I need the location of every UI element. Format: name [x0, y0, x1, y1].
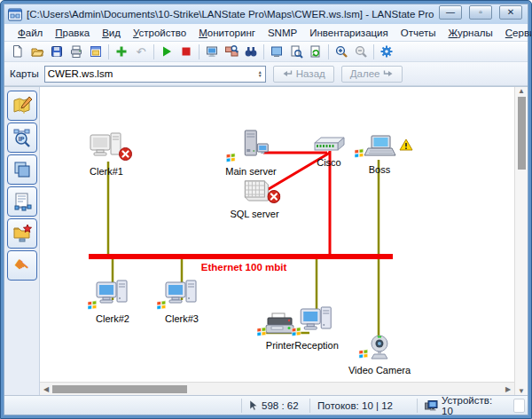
add-device-button[interactable]: [112, 43, 131, 61]
maximize-button[interactable]: ▫: [469, 5, 492, 20]
print-button[interactable]: [66, 43, 86, 61]
open-map-icon: [30, 44, 44, 59]
device-node-clerk3[interactable]: Clerk#3: [164, 279, 200, 324]
webcam-icon: [366, 334, 393, 360]
open-map-button[interactable]: [27, 43, 47, 61]
find-device-button[interactable]: [241, 43, 261, 61]
refresh-button[interactable]: [306, 43, 325, 61]
toolbar-separator: [199, 44, 200, 59]
menu-device[interactable]: Устройство: [127, 26, 192, 40]
title-bar[interactable]: [C:\Users\Admin\Documents\10-Strike\LANS…: [4, 4, 528, 24]
menu-edit[interactable]: Правка: [49, 26, 96, 40]
undo-button[interactable]: ↶: [131, 43, 151, 61]
zoom-in-button[interactable]: [332, 43, 351, 61]
edit-map-button[interactable]: [86, 43, 106, 61]
resize-grip[interactable]: [513, 399, 525, 413]
device-node-clerk2[interactable]: Clerk#2: [95, 279, 130, 324]
stop-monitoring-button[interactable]: [176, 43, 196, 61]
error-badge-icon: [267, 190, 280, 203]
vertical-scrollbar[interactable]: ▲ ▼: [514, 87, 528, 395]
toolbar-separator: [373, 44, 374, 59]
menu-snmp[interactable]: SNMP: [262, 26, 303, 40]
status-cursor-coords: 598 : 62: [242, 396, 309, 415]
minimize-button[interactable]: —: [439, 5, 462, 20]
device-label: Main server: [225, 166, 276, 177]
network-map-canvas[interactable]: Ethernet 100 mbit Clerk#1 Main server: [40, 87, 514, 382]
app-icon: [8, 8, 22, 21]
main-toolbar: ↶: [4, 42, 528, 62]
zoom-out-button[interactable]: [351, 43, 371, 61]
network-discovery-button[interactable]: [222, 43, 241, 61]
toolbar-separator: [328, 44, 329, 59]
device-monitor-button[interactable]: [202, 43, 222, 61]
canvas-column: Ethernet 100 mbit Clerk#1 Main server: [40, 87, 514, 395]
map-select-value: CWER.ws.lsm: [48, 68, 258, 79]
document-search-button[interactable]: [286, 43, 306, 61]
device-node-main-server[interactable]: Main server: [225, 130, 276, 177]
maps-bar: Карты CWER.ws.lsm ▲▼ Назад Далее: [4, 62, 528, 86]
device-node-clerk1[interactable]: Clerk#1: [89, 131, 124, 177]
laptop-icon: [362, 135, 397, 160]
document-search-icon: [289, 44, 303, 59]
windows-flag-icon: [256, 327, 267, 336]
svg-text:IP: IP: [18, 136, 24, 142]
settings-icon: [379, 44, 394, 59]
menu-monitoring[interactable]: Мониторинг: [192, 26, 262, 40]
device-label: Reception: [294, 340, 339, 351]
scroll-up-icon[interactable]: ▲: [515, 87, 528, 95]
select-area-tool[interactable]: [7, 154, 37, 185]
device-node-boss[interactable]: Boss: [362, 135, 397, 175]
map-edit-tool[interactable]: [7, 91, 37, 121]
device-node-sql-server[interactable]: SQL server: [230, 178, 278, 219]
devices-icon: [425, 400, 438, 411]
main-area: IP ☛ Etherne: [4, 86, 528, 395]
spinner-icon[interactable]: ▲▼: [258, 70, 262, 77]
zoom-out-icon: [354, 44, 368, 59]
horizontal-scrollbar[interactable]: ◀ ▶: [40, 382, 514, 395]
flows-value: Потоков: 10 | 12: [317, 400, 393, 411]
device-node-reception[interactable]: Reception: [294, 305, 339, 351]
menu-service[interactable]: Сервис: [499, 26, 532, 40]
vertical-scroll-thumb[interactable]: [518, 97, 526, 170]
menu-reports[interactable]: Отчеты: [395, 26, 442, 40]
forward-button[interactable]: Далее: [341, 66, 403, 83]
menu-inventory[interactable]: Инвентаризация: [303, 26, 395, 40]
toolbar-separator: [108, 44, 109, 59]
scroll-right-icon[interactable]: ▶: [502, 385, 514, 393]
menu-file[interactable]: Файл: [12, 26, 49, 40]
maps-label: Карты: [10, 68, 39, 79]
folder-network-tool[interactable]: [7, 218, 37, 249]
scroll-left-icon[interactable]: ◀: [40, 385, 52, 393]
status-devices: Устройств: 10: [418, 396, 513, 415]
windows-flag-icon: [291, 327, 301, 336]
settings-button[interactable]: [377, 43, 396, 61]
host-list-tool[interactable]: [7, 186, 37, 217]
back-label: Назад: [296, 68, 325, 79]
device-label: SQL server: [230, 209, 278, 219]
workstation-icon: [299, 305, 334, 336]
map-select[interactable]: CWER.ws.lsm ▲▼: [44, 66, 266, 83]
scroll-down-icon[interactable]: ▼: [515, 387, 528, 395]
map-edit-icon: [12, 96, 32, 115]
window-title: [C:\Users\Admin\Documents\10-Strike\LANS…: [27, 9, 434, 20]
forward-arrow-icon: [383, 69, 394, 78]
device-label: Clerk#3: [165, 313, 199, 324]
view-map-button[interactable]: [267, 43, 286, 61]
start-monitoring-button[interactable]: [157, 43, 176, 61]
save-button[interactable]: [47, 43, 66, 61]
pointer-hand-tool[interactable]: ☛: [7, 250, 37, 281]
warning-badge-icon: [399, 138, 413, 151]
device-node-cisco[interactable]: Cisco: [312, 137, 346, 168]
menu-view[interactable]: Вид: [96, 26, 127, 40]
menu-logs[interactable]: Журналы: [442, 26, 499, 40]
workstation-icon: [164, 279, 200, 309]
window-controls: — ▫ ✕: [439, 5, 522, 20]
horizontal-scroll-thumb[interactable]: [52, 385, 187, 393]
close-button[interactable]: ✕: [499, 5, 522, 20]
device-node-video-camera[interactable]: Video Camera: [348, 334, 411, 376]
back-button[interactable]: Назад: [273, 66, 334, 83]
ip-scan-tool[interactable]: IP: [7, 123, 37, 153]
save-icon: [50, 44, 64, 59]
network-discovery-icon: [224, 44, 239, 59]
new-map-button[interactable]: [8, 43, 27, 61]
